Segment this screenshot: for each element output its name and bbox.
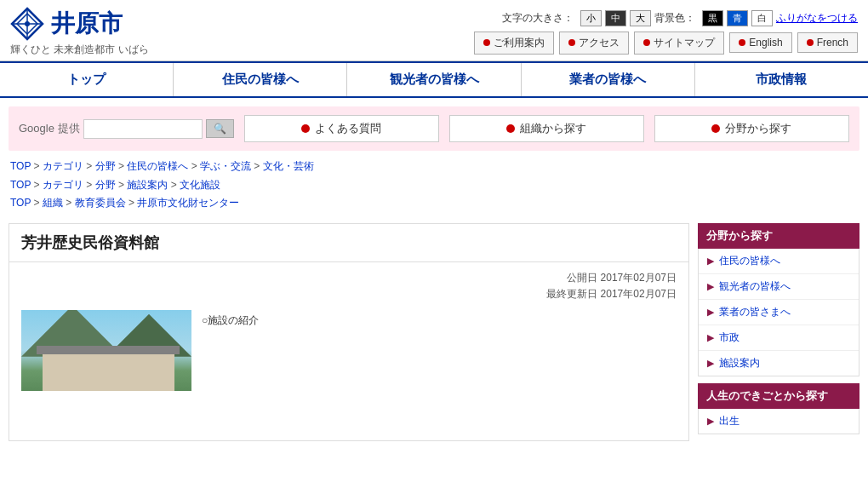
breadcrumb-learn[interactable]: 学ぶ・交流 [200, 160, 251, 172]
sidebar-section-field: 分野から探す ▶ 住民の皆様へ ▶ 観光者の皆様へ ▶ 業者の皆さまへ ▶ 市政 [698, 223, 859, 376]
font-medium-button[interactable]: 中 [605, 10, 626, 26]
bg-color-label: 背景色： [654, 11, 695, 26]
page-title-bar: 芳井歴史民俗資料館 [9, 224, 688, 262]
font-small-button[interactable]: 小 [580, 10, 602, 26]
article-body: 公開日 2017年02月07日 最終更新日 2017年02月07日 ○施設の紹介 [9, 262, 688, 399]
arrow-icon: ▶ [707, 358, 714, 369]
article-meta: 公開日 2017年02月07日 最終更新日 2017年02月07日 [21, 271, 677, 302]
logo-title: 井原市 [10, 7, 149, 41]
sidebar-section-field-title: 分野から探す [698, 223, 859, 249]
search-input[interactable] [83, 119, 203, 139]
bg-black-button[interactable]: 黒 [702, 10, 723, 26]
font-controls: 文字の大きさ： 小 中 大 背景色： 黒 青 白 ふりがなをつける [502, 10, 858, 26]
breadcrumb-line-3: TOP > 組織 > 教育委員会 > 井原市文化財センター [10, 194, 858, 213]
svg-point-4 [25, 21, 30, 26]
sidebar-link-tourists[interactable]: ▶ 観光者の皆様へ [699, 274, 859, 300]
arrow-icon: ▶ [707, 307, 714, 318]
breadcrumb-category-1[interactable]: カテゴリ [43, 160, 83, 172]
furigana-link[interactable]: ふりがなをつける [776, 11, 858, 26]
sidebar-link-city[interactable]: ▶ 市政 [699, 325, 859, 351]
breadcrumb-category-2[interactable]: カテゴリ [43, 179, 83, 191]
updated-date: 最終更新日 2017年02月07日 [21, 287, 677, 302]
article-image [21, 310, 191, 391]
right-sidebar: 分野から探す ▶ 住民の皆様へ ▶ 観光者の皆様へ ▶ 業者の皆さまへ ▶ 市政 [698, 223, 859, 441]
breadcrumb-facility-guide[interactable]: 施設案内 [127, 179, 168, 191]
faq-button[interactable]: よくある質問 [244, 115, 439, 142]
arrow-icon: ▶ [707, 332, 714, 343]
nav-city[interactable]: 市政情報 [695, 63, 868, 96]
google-search: Google 提供 🔍 [19, 119, 234, 139]
sitemap-link[interactable]: サイトマップ [634, 32, 724, 55]
breadcrumbs: TOP > カテゴリ > 分野 > 住民の皆様へ > 学ぶ・交流 > 文化・芸術… [0, 156, 868, 215]
nav-business[interactable]: 業者の皆様へ [522, 63, 695, 96]
french-link[interactable]: French [797, 32, 858, 53]
sidebar-section-field-body: ▶ 住民の皆様へ ▶ 観光者の皆様へ ▶ 業者の皆さまへ ▶ 市政 ▶ 施設 [698, 249, 859, 376]
access-link[interactable]: アクセス [559, 32, 629, 55]
bg-white-button[interactable]: 白 [751, 10, 773, 26]
logo-area: 井原市 輝くひと 未来創造都市 いばら [10, 7, 149, 57]
content-wrapper: 芳井歴史民俗資料館 公開日 2017年02月07日 最終更新日 2017年02月… [0, 215, 868, 441]
logo-text: 井原市 [51, 8, 123, 40]
breadcrumb-line-2: TOP > カテゴリ > 分野 > 施設案内 > 文化施設 [10, 176, 858, 195]
breadcrumb-top-3[interactable]: TOP [10, 197, 31, 209]
breadcrumb-org[interactable]: 組織 [43, 197, 63, 209]
published-date: 公開日 2017年02月07日 [21, 271, 677, 285]
usage-link[interactable]: ご利用案内 [474, 32, 554, 55]
org-search-button[interactable]: 組織から探す [449, 115, 644, 142]
header: 井原市 輝くひと 未来創造都市 いばら 文字の大きさ： 小 中 大 背景色： 黒… [0, 0, 868, 61]
bg-blue-button[interactable]: 青 [727, 10, 748, 26]
article-image-area: ○施設の紹介 [21, 310, 677, 391]
breadcrumb-top-1[interactable]: TOP [10, 160, 31, 172]
font-size-label: 文字の大きさ： [502, 11, 574, 26]
font-large-button[interactable]: 大 [630, 10, 651, 26]
header-right: 文字の大きさ： 小 中 大 背景色： 黒 青 白 ふりがなをつける ご利用案内 … [474, 10, 858, 55]
sidebar-section-life-body: ▶ 出生 [698, 409, 859, 434]
sidebar-section-life-title: 人生のできごとから探す [698, 383, 859, 409]
breadcrumb-field-2[interactable]: 分野 [95, 179, 116, 191]
breadcrumb-residents[interactable]: 住民の皆様へ [127, 160, 188, 172]
sidebar-link-business[interactable]: ▶ 業者の皆さまへ [699, 300, 859, 325]
arrow-icon: ▶ [707, 281, 714, 292]
sidebar-section-life: 人生のできごとから探す ▶ 出生 [698, 383, 859, 434]
nav-tourists[interactable]: 観光者の皆様へ [347, 63, 521, 96]
logo-icon [10, 7, 44, 41]
arrow-icon: ▶ [707, 256, 714, 267]
header-nav-links: ご利用案内 アクセス サイトマップ English French [474, 32, 858, 55]
breadcrumb-top-2[interactable]: TOP [10, 179, 31, 191]
nav-top[interactable]: トップ [0, 63, 174, 96]
breadcrumb-line-1: TOP > カテゴリ > 分野 > 住民の皆様へ > 学ぶ・交流 > 文化・芸術 [10, 158, 858, 176]
main-nav: トップ 住民の皆様へ 観光者の皆様へ 業者の皆様へ 市政情報 [0, 61, 868, 98]
breadcrumb-cultural-center[interactable]: 井原市文化財センター [137, 197, 239, 209]
sidebar-link-birth[interactable]: ▶ 出生 [699, 409, 859, 434]
breadcrumb-cultural-facility[interactable]: 文化施設 [180, 179, 220, 191]
nav-residents[interactable]: 住民の皆様へ [174, 63, 347, 96]
arrow-icon: ▶ [707, 416, 714, 427]
breadcrumb-education[interactable]: 教育委員会 [75, 197, 126, 209]
breadcrumb-culture[interactable]: 文化・芸術 [263, 160, 314, 172]
search-button[interactable]: 🔍 [206, 119, 234, 138]
english-link[interactable]: English [729, 32, 791, 53]
page-title: 芳井歴史民俗資料館 [21, 234, 159, 251]
sidebar-link-facility[interactable]: ▶ 施設案内 [699, 351, 859, 376]
facility-caption: ○施設の紹介 [202, 313, 259, 328]
field-dot [711, 124, 720, 133]
search-bar: Google 提供 🔍 よくある質問 組織から探す 分野から探す [9, 106, 859, 151]
article-text-area: ○施設の紹介 [202, 310, 259, 391]
sidebar-link-residents[interactable]: ▶ 住民の皆様へ [699, 249, 859, 274]
breadcrumb-field-1[interactable]: 分野 [95, 160, 116, 172]
faq-dot [301, 124, 310, 133]
google-logo: Google 提供 [19, 121, 80, 136]
logo-subtitle: 輝くひと 未来創造都市 いばら [10, 43, 149, 57]
field-search-button[interactable]: 分野から探す [654, 115, 849, 142]
main-content: 芳井歴史民俗資料館 公開日 2017年02月07日 最終更新日 2017年02月… [9, 223, 689, 441]
org-dot [506, 124, 515, 133]
